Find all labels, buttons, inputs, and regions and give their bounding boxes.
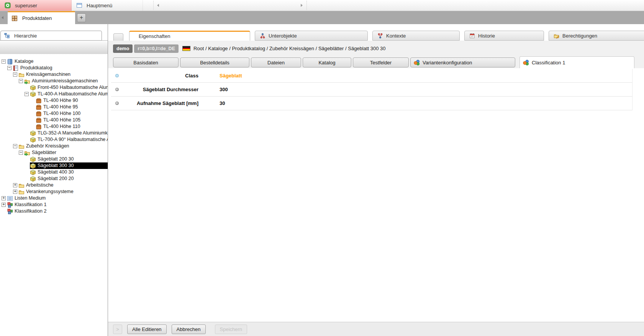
tree-item-s-geblatt-200-30[interactable]: Sägeblatt 200 30 — [0, 156, 108, 162]
tree-item-content: TL-400 Höhe 105 — [36, 117, 80, 123]
tree-expander-plus[interactable]: + — [13, 183, 17, 187]
tree-item-listen-medium[interactable]: +Listen Medium — [0, 195, 108, 202]
tab-historie[interactable]: 17Historie — [464, 31, 544, 41]
next-button[interactable]: > — [113, 325, 122, 334]
tree-expander-minus[interactable]: − — [13, 72, 17, 77]
tab-label: Berechtigungen — [562, 33, 597, 39]
workspace: Hierarchie −Kataloge−Produktkatalog−Krei… — [0, 24, 644, 336]
subtab-variantenkonfiguration[interactable]: Variantenkonfiguration — [410, 57, 515, 67]
tree-item-kataloge[interactable]: −Kataloge — [0, 58, 108, 65]
book-blue-icon — [7, 59, 13, 65]
subtab-dateien[interactable]: Dateien — [251, 57, 301, 67]
tab-hierarchie[interactable]: Hierarchie — [0, 31, 102, 41]
subtab-label: Basisdaten — [133, 60, 158, 66]
tree-item-content: Sägeblatt 200 20 — [30, 175, 74, 182]
tree-item-content: Zubehör Kreissägen — [18, 143, 69, 149]
tree-item-s-geblatt-400-30[interactable]: Sägeblatt 400 30 — [0, 169, 108, 175]
tree-item-content: Front-450 Halbautomatische Alumi... — [30, 84, 108, 91]
clipped-tab-stub[interactable] — [113, 33, 123, 41]
tab-bar-separator — [153, 1, 154, 10]
tree-item-kreiss-gemaschinen[interactable]: −Kreissägemaschinen — [0, 71, 108, 78]
tree-item-s-geblatt-300-30[interactable]: Sägeblatt 300 30 — [0, 162, 108, 169]
hierarchy-toolbar — [0, 40, 108, 54]
tree-item-content: Aluminiumkreissägemaschinen — [24, 78, 98, 84]
tree-item-front-450-halbautomatische-alumi[interactable]: Front-450 Halbautomatische Alumi... — [0, 84, 108, 91]
subtab-katalog[interactable]: Katalog — [303, 57, 351, 67]
tree-item-content: TL-400 Höhe 110 — [36, 123, 80, 130]
tree-item-label: Front-450 Halbautomatische Alumi... — [38, 84, 108, 91]
scroll-left-icon[interactable] — [2, 16, 3, 19]
box-orange-icon — [36, 117, 42, 123]
scroll-left-icon[interactable] — [157, 4, 159, 7]
attribute-label: Aufnahme Sägeblatt [mm] — [122, 100, 198, 106]
tree-item-label: Sägeblätter — [32, 149, 56, 156]
tree-item-s-gebl-tter[interactable]: −Sägeblätter — [0, 149, 108, 156]
tab-bar-separator — [306, 1, 307, 10]
tree-item-label: Produktkatalog — [20, 65, 52, 71]
tree-item-content: Sägeblätter — [24, 149, 56, 156]
tab-berechtigungen[interactable]: Berechtigungen — [549, 31, 644, 41]
tree-item-tl-400-h-he-90[interactable]: TL-400 Höhe 90 — [0, 97, 108, 104]
tab-unterobjekte[interactable]: Unterobjekte — [255, 31, 368, 41]
package-icon — [30, 176, 36, 182]
attribute-value[interactable]: Sägeblatt — [220, 73, 242, 79]
abbrechen-button[interactable]: Abbrechen — [172, 325, 206, 334]
tree-expander-minus[interactable]: − — [25, 92, 29, 96]
window-tab-label: Hauptmenü — [87, 3, 112, 8]
document-tab-produktdaten[interactable]: Produktdaten — [8, 11, 75, 24]
tree-item-aluminiumkreiss-gemaschinen[interactable]: −Aluminiumkreissägemaschinen — [0, 78, 108, 84]
tree-expander-minus[interactable]: − — [19, 151, 23, 155]
tree-expander-plus[interactable]: + — [13, 190, 17, 194]
speichern-button[interactable]: Speichern — [215, 325, 247, 334]
tree-item-klassifikation-1[interactable]: +Klassifikation 1 — [0, 202, 108, 208]
tree-item-tl-400-h-he-95[interactable]: TL-400 Höhe 95 — [0, 104, 108, 110]
object-tab-bar: EigenschaftenUnterobjekteKontexte17Histo… — [108, 31, 644, 41]
tree-item-label: Sägeblatt 300 30 — [38, 162, 74, 169]
tree-item-tl-400-h-he-100[interactable]: TL-400 Höhe 100 — [0, 110, 108, 117]
tab-kontexte[interactable]: Kontexte — [372, 31, 460, 41]
box-orange-icon — [36, 104, 42, 110]
tab-label: Eigenschaften — [139, 33, 170, 39]
tree-item-content: Klassifikation 1 — [7, 202, 46, 208]
box-orange-icon — [36, 98, 42, 104]
scroll-right-icon[interactable] — [301, 4, 303, 7]
tree-item-tl-400-h-he-105[interactable]: TL-400 Höhe 105 — [0, 117, 108, 123]
tree-item-label: Sägeblatt 200 30 — [38, 156, 74, 162]
tree-item-label: Sägeblatt 400 30 — [38, 169, 74, 175]
window-tab-superuser[interactable]: superuser — [0, 0, 72, 11]
tree-expander-plus[interactable]: + — [2, 203, 6, 207]
package-icon — [30, 137, 36, 143]
alle-editieren-button[interactable]: Alle Editieren — [127, 325, 167, 334]
attribute-value[interactable]: 300 — [220, 87, 228, 92]
attributes-panel: ClassSägeblattSägeblatt Durchmesser300Au… — [108, 68, 644, 322]
subtab-basisdaten[interactable]: Basisdaten — [113, 57, 179, 67]
tree-expander-minus[interactable]: − — [19, 79, 23, 83]
tree-item-zubeh-r-kreiss-gen[interactable]: −Zubehör Kreissägen — [0, 143, 108, 149]
tree-item-arbeitstische[interactable]: +Arbeitstische — [0, 182, 108, 188]
tree-expander-plus[interactable]: + — [2, 196, 6, 200]
tree-expander-minus[interactable]: − — [7, 66, 11, 70]
tab-eigenschaften[interactable]: Eigenschaften — [129, 31, 250, 41]
attribute-value[interactable]: 30 — [220, 100, 225, 106]
tree-expander-minus[interactable]: − — [13, 144, 17, 148]
tree-item-content: Verankerungssysteme — [18, 188, 74, 195]
tree-item-tlg-352-a-manuelle-aluminiumkr[interactable]: TLG-352-A Manuelle Aluminiumkr... — [0, 130, 108, 136]
tree-item-tl-400-a-halbautomatische-alumi[interactable]: −TL-400-A Halbautomatische Alumi... — [0, 91, 108, 97]
tree-item-content: Kataloge — [7, 58, 33, 65]
tree-item-produktkatalog[interactable]: −Produktkatalog — [0, 65, 108, 71]
tree-item-s-geblatt-200-20[interactable]: Sägeblatt 200 20 — [0, 175, 108, 182]
subtab-testfelder[interactable]: Testfelder — [353, 57, 409, 67]
tree-item-tl-400-h-he-110[interactable]: TL-400 Höhe 110 — [0, 123, 108, 130]
window-tab-hauptmenu[interactable]: Hauptmenü — [72, 0, 143, 11]
package-icon — [30, 156, 36, 162]
subtab-bestelldetails[interactable]: Bestelldetails — [180, 57, 249, 67]
subtab-classification-1[interactable]: Classification 1 — [519, 56, 634, 68]
attribute-bullet-icon — [115, 102, 119, 105]
tree-item-tl-700-a-90-halbautomatische-al[interactable]: TL-700-A 90° Halbautomatische Al... — [0, 136, 108, 143]
tree-item-label: Verankerungssysteme — [26, 188, 74, 195]
tree-item-content: TL-700-A 90° Halbautomatische Al... — [30, 136, 108, 143]
tree-item-klassifikation-2[interactable]: Klassifikation 2 — [0, 208, 108, 215]
tree-item-verankerungssysteme[interactable]: +Verankerungssysteme — [0, 188, 108, 195]
tree-expander-minus[interactable]: − — [2, 59, 6, 64]
add-tab-button[interactable]: + — [77, 13, 86, 22]
